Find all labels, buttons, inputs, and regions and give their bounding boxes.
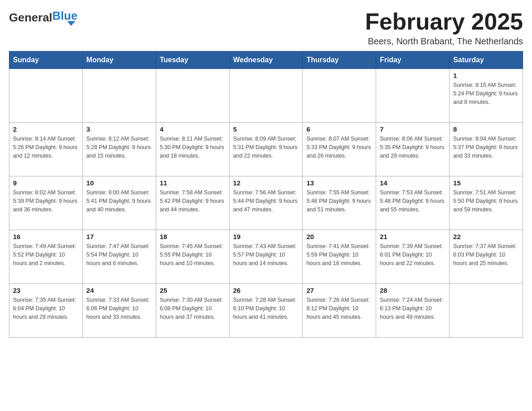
day-number: 5 xyxy=(233,125,299,133)
day-cell: 28Sunrise: 7:24 AM Sunset: 6:13 PM Dayli… xyxy=(376,284,450,338)
day-number: 1 xyxy=(453,72,519,79)
day-info: Sunrise: 8:00 AM Sunset: 5:41 PM Dayligh… xyxy=(86,188,152,214)
day-cell: 23Sunrise: 7:35 AM Sunset: 6:04 PM Dayli… xyxy=(9,284,83,338)
day-cell: 3Sunrise: 8:12 AM Sunset: 5:28 PM Daylig… xyxy=(82,123,156,176)
day-info: Sunrise: 7:58 AM Sunset: 5:42 PM Dayligh… xyxy=(160,188,226,214)
week-row-3: 9Sunrise: 8:02 AM Sunset: 5:39 PM Daylig… xyxy=(9,176,523,230)
day-info: Sunrise: 8:12 AM Sunset: 5:28 PM Dayligh… xyxy=(86,135,152,160)
day-cell xyxy=(82,69,156,123)
day-number: 25 xyxy=(160,287,226,294)
day-info: Sunrise: 7:51 AM Sunset: 5:50 PM Dayligh… xyxy=(453,188,519,214)
logo-general-text: General xyxy=(9,11,52,25)
day-info: Sunrise: 8:15 AM Sunset: 5:24 PM Dayligh… xyxy=(453,81,519,106)
day-cell xyxy=(9,69,83,123)
day-number: 9 xyxy=(13,179,79,187)
day-info: Sunrise: 7:35 AM Sunset: 6:04 PM Dayligh… xyxy=(13,296,79,321)
day-number: 23 xyxy=(13,287,79,294)
day-cell: 21Sunrise: 7:39 AM Sunset: 6:01 PM Dayli… xyxy=(376,230,450,284)
day-cell: 18Sunrise: 7:45 AM Sunset: 5:55 PM Dayli… xyxy=(156,230,229,284)
day-info: Sunrise: 7:43 AM Sunset: 5:57 PM Dayligh… xyxy=(233,242,299,267)
day-info: Sunrise: 8:14 AM Sunset: 5:26 PM Dayligh… xyxy=(13,135,79,160)
day-header-wednesday: Wednesday xyxy=(229,51,303,69)
day-cell: 12Sunrise: 7:56 AM Sunset: 5:44 PM Dayli… xyxy=(229,176,303,230)
calendar-title: February 2025 xyxy=(365,9,523,34)
day-cell: 2Sunrise: 8:14 AM Sunset: 5:26 PM Daylig… xyxy=(9,123,83,176)
day-number: 14 xyxy=(380,179,446,187)
page-header: General Blue February 2025 Beers, North … xyxy=(9,9,523,47)
day-info: Sunrise: 7:53 AM Sunset: 5:48 PM Dayligh… xyxy=(380,188,446,214)
day-number: 2 xyxy=(13,125,79,133)
day-number: 12 xyxy=(233,179,299,187)
day-cell xyxy=(156,69,229,123)
day-cell: 26Sunrise: 7:28 AM Sunset: 6:10 PM Dayli… xyxy=(229,284,303,338)
logo-arrow-icon xyxy=(67,21,75,26)
week-row-2: 2Sunrise: 8:14 AM Sunset: 5:26 PM Daylig… xyxy=(9,123,523,176)
day-cell: 22Sunrise: 7:37 AM Sunset: 6:03 PM Dayli… xyxy=(450,230,523,284)
day-header-monday: Monday xyxy=(82,51,156,69)
logo-blue-block: Blue xyxy=(52,9,77,26)
day-number: 8 xyxy=(453,125,519,133)
day-info: Sunrise: 7:56 AM Sunset: 5:44 PM Dayligh… xyxy=(233,188,299,214)
day-header-friday: Friday xyxy=(376,51,450,69)
day-info: Sunrise: 8:02 AM Sunset: 5:39 PM Dayligh… xyxy=(13,188,79,214)
day-cell xyxy=(303,69,376,123)
title-section: February 2025 Beers, North Brabant, The … xyxy=(365,9,523,47)
day-header-tuesday: Tuesday xyxy=(156,51,229,69)
day-info: Sunrise: 8:04 AM Sunset: 5:37 PM Dayligh… xyxy=(453,135,519,160)
day-info: Sunrise: 7:39 AM Sunset: 6:01 PM Dayligh… xyxy=(380,242,446,267)
day-info: Sunrise: 7:28 AM Sunset: 6:10 PM Dayligh… xyxy=(233,296,299,321)
day-cell: 1Sunrise: 8:15 AM Sunset: 5:24 PM Daylig… xyxy=(450,69,523,123)
day-cell xyxy=(450,284,523,338)
calendar-header-row: SundayMondayTuesdayWednesdayThursdayFrid… xyxy=(9,51,523,69)
day-cell: 24Sunrise: 7:33 AM Sunset: 6:06 PM Dayli… xyxy=(82,284,156,338)
day-info: Sunrise: 7:37 AM Sunset: 6:03 PM Dayligh… xyxy=(453,242,519,267)
day-info: Sunrise: 7:49 AM Sunset: 5:52 PM Dayligh… xyxy=(13,242,79,267)
day-number: 24 xyxy=(86,287,152,294)
day-number: 4 xyxy=(160,125,226,133)
day-number: 28 xyxy=(380,287,446,294)
day-number: 15 xyxy=(453,179,519,187)
day-cell xyxy=(229,69,303,123)
day-info: Sunrise: 7:45 AM Sunset: 5:55 PM Dayligh… xyxy=(160,242,226,267)
day-cell: 4Sunrise: 8:11 AM Sunset: 5:30 PM Daylig… xyxy=(156,123,229,176)
day-number: 6 xyxy=(306,125,372,133)
day-info: Sunrise: 7:26 AM Sunset: 6:12 PM Dayligh… xyxy=(306,296,372,321)
day-cell: 9Sunrise: 8:02 AM Sunset: 5:39 PM Daylig… xyxy=(9,176,83,230)
day-info: Sunrise: 7:55 AM Sunset: 5:46 PM Dayligh… xyxy=(306,188,372,214)
day-number: 13 xyxy=(306,179,372,187)
day-cell: 8Sunrise: 8:04 AM Sunset: 5:37 PM Daylig… xyxy=(450,123,523,176)
day-info: Sunrise: 7:41 AM Sunset: 5:59 PM Dayligh… xyxy=(306,242,372,267)
day-number: 18 xyxy=(160,233,226,240)
day-number: 21 xyxy=(380,233,446,240)
day-cell: 20Sunrise: 7:41 AM Sunset: 5:59 PM Dayli… xyxy=(303,230,376,284)
day-info: Sunrise: 8:09 AM Sunset: 5:31 PM Dayligh… xyxy=(233,135,299,160)
day-number: 22 xyxy=(453,233,519,240)
day-info: Sunrise: 8:06 AM Sunset: 5:35 PM Dayligh… xyxy=(380,135,446,160)
day-number: 16 xyxy=(13,233,79,240)
day-number: 20 xyxy=(306,233,372,240)
day-cell: 13Sunrise: 7:55 AM Sunset: 5:46 PM Dayli… xyxy=(303,176,376,230)
day-cell: 7Sunrise: 8:06 AM Sunset: 5:35 PM Daylig… xyxy=(376,123,450,176)
day-cell xyxy=(376,69,450,123)
day-info: Sunrise: 7:24 AM Sunset: 6:13 PM Dayligh… xyxy=(380,296,446,321)
week-row-4: 16Sunrise: 7:49 AM Sunset: 5:52 PM Dayli… xyxy=(9,230,523,284)
day-info: Sunrise: 8:11 AM Sunset: 5:30 PM Dayligh… xyxy=(160,135,226,160)
day-cell: 15Sunrise: 7:51 AM Sunset: 5:50 PM Dayli… xyxy=(450,176,523,230)
calendar-subtitle: Beers, North Brabant, The Netherlands xyxy=(365,36,523,47)
logo: General Blue xyxy=(9,9,77,26)
day-info: Sunrise: 7:47 AM Sunset: 5:54 PM Dayligh… xyxy=(86,242,152,267)
day-cell: 17Sunrise: 7:47 AM Sunset: 5:54 PM Dayli… xyxy=(82,230,156,284)
day-cell: 27Sunrise: 7:26 AM Sunset: 6:12 PM Dayli… xyxy=(303,284,376,338)
day-header-sunday: Sunday xyxy=(9,51,83,69)
day-number: 17 xyxy=(86,233,152,240)
day-info: Sunrise: 8:07 AM Sunset: 5:33 PM Dayligh… xyxy=(306,135,372,160)
day-number: 7 xyxy=(380,125,446,133)
day-number: 27 xyxy=(306,287,372,294)
day-number: 10 xyxy=(86,179,152,187)
day-info: Sunrise: 7:33 AM Sunset: 6:06 PM Dayligh… xyxy=(86,296,152,321)
calendar-table: SundayMondayTuesdayWednesdayThursdayFrid… xyxy=(9,51,523,338)
day-cell: 19Sunrise: 7:43 AM Sunset: 5:57 PM Dayli… xyxy=(229,230,303,284)
day-header-saturday: Saturday xyxy=(450,51,523,69)
day-cell: 6Sunrise: 8:07 AM Sunset: 5:33 PM Daylig… xyxy=(303,123,376,176)
week-row-5: 23Sunrise: 7:35 AM Sunset: 6:04 PM Dayli… xyxy=(9,284,523,338)
